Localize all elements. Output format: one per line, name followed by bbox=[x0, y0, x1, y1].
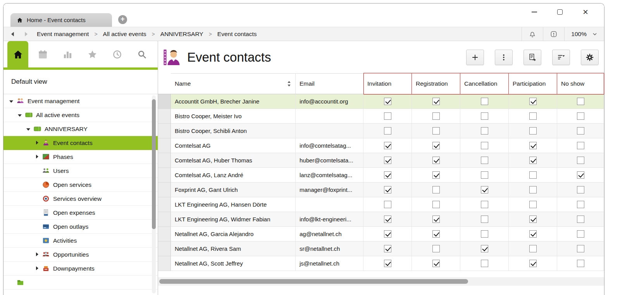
checkbox-no-show[interactable] bbox=[577, 230, 584, 238]
checkbox-registration[interactable] bbox=[432, 216, 440, 223]
checkbox-invitation[interactable] bbox=[384, 230, 391, 238]
sidebar-tool-favorites-star[interactable] bbox=[80, 41, 105, 67]
checkbox-no-show[interactable] bbox=[577, 157, 584, 164]
breadcrumb-item-event-management[interactable]: Event management bbox=[37, 31, 89, 38]
minimize-button[interactable] bbox=[526, 6, 543, 18]
sidebar-item-open-services[interactable]: Open services bbox=[3, 178, 158, 192]
checkbox-participation[interactable] bbox=[529, 186, 537, 193]
checkbox-cancellation[interactable] bbox=[481, 157, 488, 164]
row-selector[interactable] bbox=[158, 256, 171, 271]
checkbox-invitation[interactable] bbox=[384, 127, 391, 135]
checkbox-registration[interactable] bbox=[432, 260, 440, 267]
row-selector[interactable] bbox=[158, 183, 171, 197]
column-header-name[interactable]: Name bbox=[171, 73, 296, 94]
row-selector[interactable] bbox=[158, 109, 171, 124]
cell-email[interactable]: sr@netallnet.ch bbox=[296, 242, 363, 256]
sidebar-scrollbar-thumb[interactable] bbox=[152, 99, 156, 229]
checkbox-no-show[interactable] bbox=[577, 98, 584, 105]
table-row[interactable]: Foxprint AG, Gant Ulrichmanager@foxprint… bbox=[158, 183, 604, 197]
checkbox-invitation[interactable] bbox=[384, 142, 391, 149]
row-selector[interactable] bbox=[158, 124, 171, 138]
checkbox-cancellation[interactable] bbox=[481, 186, 488, 193]
maximize-button[interactable] bbox=[551, 6, 568, 18]
sidebar-tool-history[interactable] bbox=[105, 41, 129, 67]
cell-name[interactable]: Accountit GmbH, Brecher Janine bbox=[171, 94, 296, 109]
cell-name[interactable]: Foxprint AG, Gant Ulrich bbox=[171, 183, 296, 197]
checkbox-invitation[interactable] bbox=[384, 260, 391, 267]
column-header-invitation[interactable]: Invitation bbox=[363, 73, 412, 94]
sidebar-item-opportunities[interactable]: Opportunities bbox=[3, 248, 158, 262]
collapse-arrow-icon[interactable] bbox=[8, 98, 15, 105]
alerts-button[interactable] bbox=[543, 27, 564, 41]
row-selector[interactable] bbox=[158, 197, 171, 212]
new-tab-button[interactable]: + bbox=[118, 15, 127, 24]
close-button[interactable]: × bbox=[577, 6, 594, 18]
sidebar-item-services-overview[interactable]: Services overview bbox=[3, 192, 158, 206]
sidebar-item-all-active-events[interactable]: All active events bbox=[3, 108, 158, 122]
checkbox-invitation[interactable] bbox=[384, 171, 391, 179]
sidebar-item-event-contacts[interactable]: Event contacts bbox=[3, 136, 158, 150]
table-row[interactable]: Comtelsat AGinfo@comtelsatag... bbox=[158, 138, 604, 153]
checkbox-participation[interactable] bbox=[529, 201, 537, 208]
more-options-button[interactable] bbox=[495, 50, 513, 65]
checkbox-invitation[interactable] bbox=[384, 245, 391, 252]
sidebar-tool-search[interactable] bbox=[129, 41, 154, 67]
checkbox-invitation[interactable] bbox=[384, 98, 391, 105]
row-selector[interactable] bbox=[158, 168, 171, 183]
checkbox-cancellation[interactable] bbox=[481, 127, 488, 135]
checkbox-participation[interactable] bbox=[529, 142, 537, 149]
checkbox-registration[interactable] bbox=[432, 112, 440, 120]
cell-email[interactable]: info@accountit.org bbox=[296, 94, 363, 109]
row-selector[interactable] bbox=[158, 227, 171, 242]
checkbox-participation[interactable] bbox=[529, 127, 537, 135]
checkbox-no-show[interactable] bbox=[577, 112, 584, 120]
checkbox-registration[interactable] bbox=[432, 142, 440, 149]
expand-arrow-icon[interactable] bbox=[34, 154, 41, 160]
cell-email[interactable]: huber@comtelsata... bbox=[296, 153, 363, 168]
checkbox-participation[interactable] bbox=[529, 230, 537, 238]
table-row[interactable]: Netallnet AG, Garcia Alejandroag@netalln… bbox=[158, 227, 604, 242]
sidebar-tool-calendar[interactable] bbox=[30, 41, 55, 67]
sidebar-item-users[interactable]: Users bbox=[3, 164, 158, 178]
expand-arrow-icon[interactable] bbox=[34, 265, 41, 272]
sidebar-item-phases[interactable]: Phases bbox=[3, 150, 158, 164]
table-row[interactable]: LKT Engineering AG, Widmer Fabianinfo@lk… bbox=[158, 212, 604, 227]
cell-email[interactable]: info@lkt-engineeri... bbox=[296, 212, 363, 227]
forward-button[interactable] bbox=[23, 31, 29, 37]
checkbox-participation[interactable] bbox=[529, 260, 537, 267]
cell-email[interactable]: info@comtelsatag... bbox=[296, 138, 363, 153]
checkbox-registration[interactable] bbox=[432, 201, 440, 208]
cell-email[interactable]: manager@foxprint... bbox=[296, 183, 363, 197]
sort-updown-icon[interactable] bbox=[287, 81, 291, 87]
sort-button[interactable] bbox=[552, 50, 570, 65]
checkbox-registration[interactable] bbox=[432, 230, 440, 238]
cell-email[interactable] bbox=[296, 109, 363, 124]
sidebar-item-open-outlays[interactable]: Open outlays bbox=[3, 220, 158, 234]
sidebar-item-activities[interactable]: Activities bbox=[3, 234, 158, 248]
checkbox-registration[interactable] bbox=[432, 245, 440, 252]
notifications-button[interactable] bbox=[522, 27, 543, 41]
checkbox-cancellation[interactable] bbox=[481, 260, 488, 267]
breadcrumb-item-anniversary[interactable]: ANNIVERSARY bbox=[160, 31, 203, 38]
cell-email[interactable]: js@netallnet.ch bbox=[296, 256, 363, 271]
cell-name[interactable]: Netallnet AG, Garcia Alejandro bbox=[171, 227, 296, 242]
zoom-control[interactable]: 100% bbox=[565, 27, 604, 41]
sidebar-tool-home[interactable] bbox=[7, 41, 28, 67]
column-header-participation[interactable]: Participation bbox=[509, 73, 557, 94]
breadcrumb-item-event-contacts[interactable]: Event contacts bbox=[217, 31, 257, 38]
checkbox-cancellation[interactable] bbox=[481, 230, 488, 238]
checkbox-no-show[interactable] bbox=[577, 186, 584, 193]
sidebar-item-partial[interactable] bbox=[3, 276, 158, 290]
column-header-email[interactable]: Email bbox=[296, 73, 363, 94]
checkbox-participation[interactable] bbox=[529, 112, 537, 120]
checkbox-registration[interactable] bbox=[432, 98, 440, 105]
sidebar-item-downpayments[interactable]: Downpayments bbox=[3, 262, 158, 276]
column-header-cancellation[interactable]: Cancellation bbox=[460, 73, 509, 94]
cell-name[interactable]: Bistro Cooper, Schibli Anton bbox=[171, 124, 296, 138]
settings-button[interactable] bbox=[581, 50, 599, 65]
sidebar-tool-bar-chart[interactable] bbox=[55, 41, 80, 67]
checkbox-no-show[interactable] bbox=[577, 142, 584, 149]
checkbox-participation[interactable] bbox=[529, 245, 537, 252]
column-header-registration[interactable]: Registration bbox=[412, 73, 460, 94]
horizontal-scrollbar-track[interactable] bbox=[158, 277, 604, 286]
